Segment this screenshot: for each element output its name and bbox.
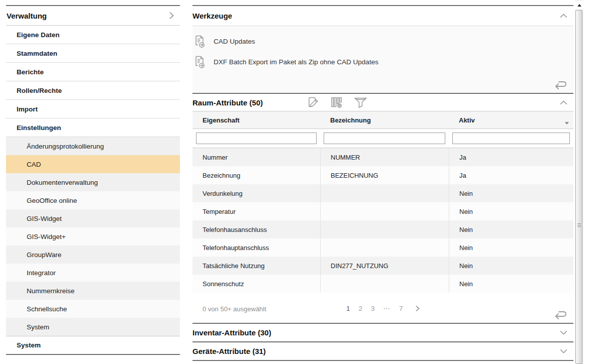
page-button-1[interactable]: 1: [346, 305, 350, 312]
sidebar-item-system-sub[interactable]: System: [6, 318, 180, 336]
sidebar-title: Verwaltung: [6, 12, 167, 20]
sidebar-item-geooffice-online[interactable]: GeoOffice online: [6, 191, 180, 209]
table-row[interactable]: Telefonhauptanschluss Nein: [192, 238, 573, 257]
sidebar-item-label: GIS-Widget: [27, 215, 62, 222]
column-settings-icon[interactable]: [330, 96, 343, 109]
sidebar-item-gis-widget-plus[interactable]: GIS-Widget+: [6, 227, 180, 246]
sidebar-item-eigene-daten[interactable]: Eigene Daten: [6, 26, 180, 44]
scrollbar-thumb[interactable]: [575, 10, 582, 364]
scrollbar-grip: [577, 223, 581, 228]
filter-input-eigenschaft[interactable]: [196, 133, 317, 144]
document-export-icon: [193, 55, 207, 69]
cell-eigenschaft: Bezeichnung: [192, 166, 320, 184]
sidebar-header[interactable]: Verwaltung: [6, 6, 180, 26]
vertical-scrollbar[interactable]: [575, 0, 583, 364]
section-raum-attribute: Raum-Attribute (50): [192, 93, 573, 323]
cell-bezeichnung: NUMMER: [320, 148, 449, 166]
filter-icon[interactable]: [353, 96, 368, 109]
page-button-2[interactable]: 2: [359, 305, 363, 312]
sidebar-item-cad[interactable]: CAD: [6, 155, 180, 173]
tool-label: CAD Updates: [214, 38, 255, 45]
table-row[interactable]: Nummer NUMMER Ja: [192, 148, 573, 166]
filter-input-aktiv[interactable]: [452, 133, 570, 144]
table-row[interactable]: Telefonhausanschluss Nein: [192, 220, 573, 238]
inventar-attribute-header[interactable]: Inventar-Attribute (30): [192, 324, 573, 341]
sidebar-item-rollen-rechte[interactable]: Rollen/Rechte: [6, 81, 180, 100]
column-header-eigenschaft[interactable]: Eigenschaft: [192, 111, 320, 129]
table-row[interactable]: Verdunkelung Nein: [192, 184, 573, 202]
chevron-right-icon: [167, 11, 176, 20]
page-ellipsis: ⋯: [383, 304, 391, 312]
undo-icon[interactable]: [553, 308, 567, 320]
sidebar-item-label: Änderungsprotokollierung: [27, 143, 104, 150]
filter-cell: [192, 133, 320, 144]
sidebar-item-label: Stammdaten: [17, 50, 57, 57]
cell-bezeichnung: [320, 202, 449, 220]
sidebar-item-label: Dokumentenverwaltung: [27, 179, 98, 186]
sidebar-item-dokumentenverwaltung[interactable]: Dokumentenverwaltung: [6, 173, 180, 191]
cell-aktiv: Ja: [449, 166, 573, 184]
section-geraete-attribute: Geräte-Attribute (31): [192, 341, 573, 360]
cell-bezeichnung: [320, 275, 449, 293]
sidebar-item-stammdaten[interactable]: Stammdaten: [6, 44, 180, 63]
document-export-icon: [193, 35, 207, 48]
chevron-down-icon[interactable]: [559, 346, 568, 356]
table-row[interactable]: Tatsächliche Nutzung DIN277_NUTZUNG Nein: [192, 257, 573, 275]
table-header-row: Eigenschaft Bezeichnung Aktiv: [192, 111, 573, 129]
chevron-up-icon[interactable]: [559, 98, 568, 107]
next-page-icon[interactable]: [414, 305, 421, 312]
sidebar-item-integrator[interactable]: Integrator: [6, 264, 180, 282]
cell-aktiv: Nein: [449, 220, 573, 238]
edit-icon[interactable]: [306, 96, 320, 109]
page-button-7[interactable]: 7: [399, 305, 403, 312]
scrollbar-up-button[interactable]: [575, 1, 583, 9]
column-header-label: Aktiv: [459, 116, 475, 124]
sidebar-item-import[interactable]: Import: [6, 100, 180, 118]
scrollbar-up-icon: [577, 4, 581, 7]
sidebar-item-groupware[interactable]: GroupWare: [6, 246, 180, 264]
table-row[interactable]: Bezeichnung BEZEICHNUNG Ja: [192, 166, 573, 184]
sidebar-item-einstellungen[interactable]: Einstellungen: [6, 118, 180, 137]
sidebar-item-system[interactable]: System: [6, 336, 180, 355]
sidebar-item-berichte[interactable]: Berichte: [6, 63, 180, 81]
table-row[interactable]: Temperatur Nein: [192, 202, 573, 220]
sidebar-item-label: Eigene Daten: [17, 31, 60, 39]
bottom-divider: [192, 360, 573, 361]
sidebar-item-aenderungsprotokollierung[interactable]: Änderungsprotokollierung: [6, 137, 180, 155]
sidebar-item-schnellsuche[interactable]: Schnellsuche: [6, 300, 180, 318]
cell-bezeichnung: [320, 238, 449, 257]
cell-aktiv: Ja: [449, 148, 573, 166]
filter-cell: [320, 133, 449, 144]
column-header-label: Eigenschaft: [203, 116, 240, 124]
cell-eigenschaft: Temperatur: [192, 202, 320, 220]
chevron-down-icon[interactable]: [559, 328, 568, 337]
werkzeuge-header[interactable]: Werkzeuge: [192, 6, 573, 26]
column-header-aktiv[interactable]: Aktiv: [449, 111, 573, 129]
sidebar-item-label: GIS-Widget+: [27, 233, 66, 240]
sidebar-item-gis-widget[interactable]: GIS-Widget: [6, 209, 180, 227]
werkzeuge-body: CAD Updates DXF Batch Export im Paket al…: [192, 26, 573, 93]
raum-toolbar: [306, 96, 368, 109]
table-filter-row: [192, 129, 573, 148]
raum-attribute-title: Raum-Attribute (50): [192, 98, 263, 107]
table-row[interactable]: Sonnenschutz Nein: [192, 275, 573, 293]
sidebar-item-label: CAD: [27, 161, 41, 168]
sidebar-item-nummernkreise[interactable]: Nummernkreise: [6, 282, 180, 300]
inventar-attribute-title: Inventar-Attribute (30): [192, 328, 271, 337]
sidebar-item-label: Import: [17, 105, 38, 113]
werkzeuge-title: Werkzeuge: [192, 12, 232, 20]
cell-eigenschaft: Nummer: [192, 148, 320, 166]
chevron-up-icon[interactable]: [559, 11, 568, 21]
filter-cell: [449, 133, 573, 144]
column-header-bezeichnung[interactable]: Bezeichnung: [320, 111, 449, 129]
tool-dxf-batch-export[interactable]: DXF Batch Export im Paket als Zip ohne C…: [192, 52, 573, 72]
geraete-attribute-header[interactable]: Geräte-Attribute (31): [192, 342, 573, 360]
tool-cad-updates[interactable]: CAD Updates: [192, 31, 573, 52]
cell-bezeichnung: BEZEICHNUNG: [320, 166, 449, 184]
sidebar-item-label: Rollen/Rechte: [17, 87, 62, 94]
filter-input-bezeichnung[interactable]: [324, 133, 445, 144]
dropdown-caret-icon[interactable]: [565, 122, 569, 125]
page-button-3[interactable]: 3: [371, 305, 375, 312]
raum-attribute-header[interactable]: Raum-Attribute (50): [192, 94, 573, 111]
undo-icon[interactable]: [553, 78, 567, 90]
